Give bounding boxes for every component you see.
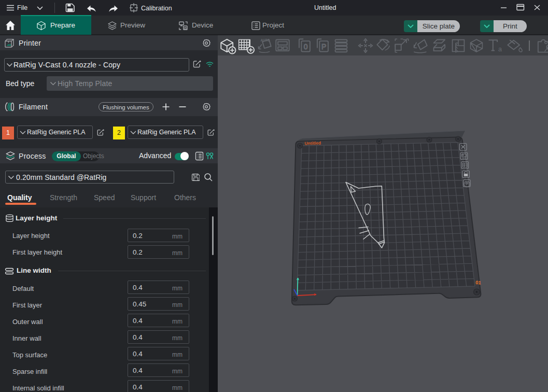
svg-text:Calibration: Calibration xyxy=(141,5,172,12)
svg-text:P: P xyxy=(321,43,326,51)
svg-text:AUTO: AUTO xyxy=(260,38,270,42)
svg-text:File: File xyxy=(17,4,27,11)
svg-text:0: 0 xyxy=(304,43,308,51)
svg-text:01: 01 xyxy=(475,279,482,286)
svg-text:a: a xyxy=(498,46,502,53)
svg-text:Untitled: Untitled xyxy=(304,140,321,146)
